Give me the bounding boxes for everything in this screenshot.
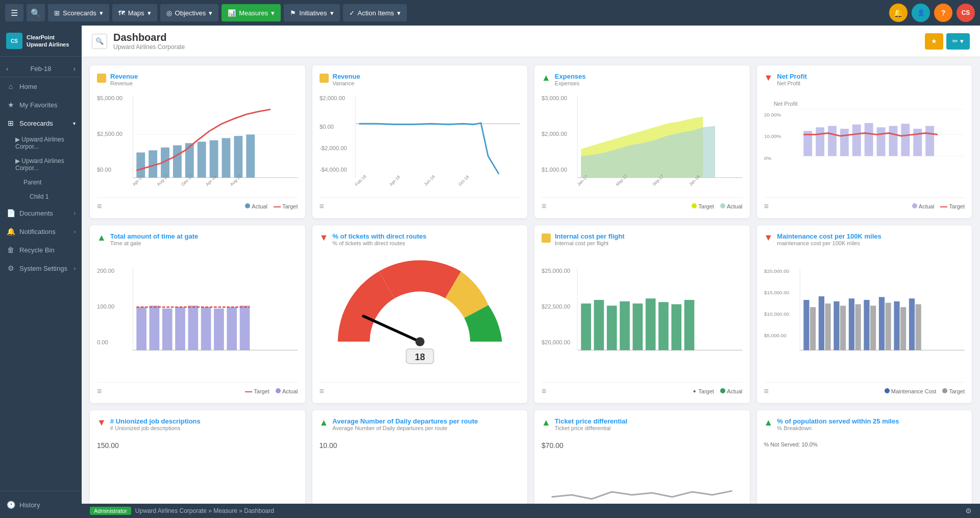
svg-text:$3,000.00: $3,000.00 bbox=[542, 95, 567, 101]
card-ticket-price: ▲ Ticket price differential Ticket price… bbox=[534, 410, 750, 518]
legend-target-exp: Target bbox=[692, 203, 714, 209]
card-title3: Expenses bbox=[555, 73, 586, 80]
chevron-right-icon: › bbox=[74, 266, 76, 271]
card-header-revenue: Revenue Revenue bbox=[97, 73, 298, 86]
nav-action-items[interactable]: ✓ Action Items ▾ bbox=[343, 4, 407, 21]
nav-right: 🔔 👤 ? CS bbox=[889, 4, 975, 22]
indicator-down-red4: ▼ bbox=[97, 417, 106, 428]
dashboard-title-area: 🔍 Dashboard Upward Airlines Corporate bbox=[92, 32, 185, 51]
card-title8: Maintenance cost per 100K miles bbox=[777, 232, 881, 240]
user-avatar-button[interactable]: CS bbox=[957, 4, 975, 22]
scorecard-item-1[interactable]: ▶ Upward Airlines Corpor... bbox=[15, 132, 82, 154]
svg-rect-84 bbox=[581, 303, 591, 350]
legend-maintenance: Maintenance Cost Target bbox=[885, 388, 965, 394]
card-title-block3: Expenses Expenses bbox=[555, 73, 586, 86]
svg-rect-56 bbox=[889, 126, 897, 156]
favorite-button[interactable]: ★ bbox=[925, 33, 943, 50]
menu-dots-icon8[interactable]: ≡ bbox=[764, 387, 769, 396]
svg-rect-52 bbox=[840, 129, 848, 156]
sidebar-bottom: 🕐 History bbox=[0, 491, 82, 518]
card-footer-maintenance: ≡ Maintenance Cost Target bbox=[764, 382, 965, 396]
nav-initiatives[interactable]: ⚑ Initiatives ▾ bbox=[284, 4, 339, 21]
svg-rect-104 bbox=[840, 305, 845, 350]
svg-rect-88 bbox=[632, 303, 643, 350]
card-header-union: ▼ # Unionized job descriptions # Unioniz… bbox=[97, 417, 298, 431]
sidebar-item-scorecards[interactable]: ⊞ Scorecards ▾ bbox=[0, 114, 82, 132]
sidebar-item-favorites[interactable]: ★ My Favorites bbox=[0, 96, 82, 114]
admin-button[interactable]: 👤 bbox=[912, 4, 930, 22]
nav-measures[interactable]: 📊 Measures ▾ bbox=[222, 4, 281, 21]
card-header-gate: ▲ Total amount of time at gate Time at g… bbox=[97, 232, 298, 246]
svg-text:20.00%: 20.00% bbox=[764, 112, 781, 117]
svg-text:10.00%: 10.00% bbox=[764, 133, 781, 139]
card-title11: Ticket price differential bbox=[555, 417, 627, 425]
card-title7: Internal cost per flight bbox=[555, 232, 625, 240]
svg-rect-59 bbox=[925, 126, 934, 156]
svg-rect-51 bbox=[828, 126, 837, 156]
edit-button[interactable]: ✏ ▾ bbox=[946, 33, 970, 50]
nav-maps[interactable]: 🗺 Maps ▾ bbox=[112, 4, 157, 21]
internal-chart: $25,000.00 $22,500.00 $20,000.00 bbox=[542, 250, 743, 378]
scorecard-item-child[interactable]: Child 1 bbox=[15, 190, 82, 204]
legend-revenue: Actual Target bbox=[245, 203, 298, 209]
logo-text: ClearPoint Upward Airlines bbox=[27, 34, 69, 49]
sidebar-item-history[interactable]: 🕐 History bbox=[0, 496, 82, 514]
scorecard-item-2[interactable]: ▶ Upward Airlines Corpor... bbox=[15, 154, 82, 175]
legend-gate: Target Actual bbox=[245, 388, 298, 394]
chevron-down-icon: ▾ bbox=[397, 9, 401, 17]
svg-text:$0.00: $0.00 bbox=[97, 167, 111, 173]
card-footer-internal: ≡ ✦Target Actual bbox=[542, 382, 743, 396]
card-header-profit: ▼ Net Profit Net Profit bbox=[764, 73, 965, 86]
tree-expand-icon: ▶ bbox=[15, 136, 20, 143]
svg-text:$1,000.00: $1,000.00 bbox=[542, 167, 567, 173]
menu-dots-icon3[interactable]: ≡ bbox=[542, 202, 546, 211]
scorecards-icon: ⊞ bbox=[54, 9, 60, 17]
indicator-up-green4: ▲ bbox=[542, 417, 551, 428]
sidebar-item-home[interactable]: ⌂ Home bbox=[0, 77, 82, 96]
legend-target-profit: Target bbox=[940, 203, 965, 209]
card-footer-profit: ≡ Actual Target bbox=[764, 197, 965, 211]
chevron-down-icon: ▾ bbox=[330, 9, 334, 17]
sidebar-item-settings[interactable]: ⚙ System Settings › bbox=[0, 259, 82, 277]
menu-dots-icon7[interactable]: ≡ bbox=[542, 387, 546, 396]
sidebar-item-notifications[interactable]: 🔔 Notifications › bbox=[0, 222, 82, 241]
indicator-down-red3: ▼ bbox=[764, 232, 773, 243]
legend-target: Target bbox=[274, 203, 298, 209]
svg-rect-10 bbox=[185, 143, 194, 177]
card-time-gate: ▲ Total amount of time at gate Time at g… bbox=[90, 225, 305, 403]
bell-icon: 🔔 bbox=[6, 227, 15, 236]
card-title-block: Revenue Revenue bbox=[110, 73, 138, 86]
sidebar-item-documents[interactable]: 📄 Documents › bbox=[0, 204, 82, 222]
menu-dots-icon2[interactable]: ≡ bbox=[320, 202, 324, 211]
card-subtitle4: Net Profit bbox=[777, 80, 807, 86]
svg-rect-66 bbox=[150, 305, 160, 350]
maintenance-chart: $20,000.00 $15,000.00 $10,000.00 $5,000.… bbox=[764, 250, 965, 378]
help-button[interactable]: ? bbox=[934, 4, 952, 22]
sidebar-item-recycle[interactable]: 🗑 Recycle Bin bbox=[0, 241, 82, 259]
nav-objectives[interactable]: ◎ Objectives ▾ bbox=[160, 4, 219, 21]
prev-arrow-icon[interactable]: ‹ bbox=[6, 65, 8, 73]
svg-text:$0.00: $0.00 bbox=[320, 124, 334, 130]
svg-text:Apr-18: Apr-18 bbox=[388, 174, 401, 187]
sidebar-scorecard-tree: ▶ Upward Airlines Corpor... ▶ Upward Air… bbox=[0, 132, 82, 204]
settings-gear-icon[interactable]: ⚙ bbox=[965, 507, 972, 515]
menu-dots-icon6[interactable]: ≡ bbox=[320, 387, 324, 396]
card-header-ticket: ▲ Ticket price differential Ticket price… bbox=[542, 417, 743, 431]
menu-dots-icon4[interactable]: ≡ bbox=[764, 202, 769, 211]
svg-text:$5,000.00: $5,000.00 bbox=[764, 333, 787, 338]
card-title12: % of population served within 25 miles bbox=[777, 417, 899, 425]
menu-button[interactable]: ☰ bbox=[5, 4, 23, 21]
dashboard-search-button[interactable]: 🔍 bbox=[92, 34, 107, 49]
variance-chart: $2,000.00 $0.00 -$2,000.00 -$4,000.00 Fe… bbox=[320, 90, 521, 193]
next-arrow-icon[interactable]: › bbox=[74, 65, 76, 73]
menu-dots-icon5[interactable]: ≡ bbox=[97, 387, 102, 396]
menu-dots-icon[interactable]: ≡ bbox=[97, 202, 102, 211]
search-button[interactable]: 🔍 bbox=[27, 4, 45, 21]
svg-rect-101 bbox=[818, 296, 824, 350]
card-title-block7: Internal cost per flight Internal cost p… bbox=[555, 232, 625, 246]
chevron-down-icon: ▾ bbox=[209, 9, 212, 17]
scorecard-item-parent[interactable]: Parent bbox=[15, 175, 82, 190]
notifications-bell-button[interactable]: 🔔 bbox=[889, 4, 908, 22]
svg-rect-89 bbox=[646, 298, 656, 350]
nav-scorecards[interactable]: ⊞ Scorecards ▾ bbox=[48, 4, 109, 21]
